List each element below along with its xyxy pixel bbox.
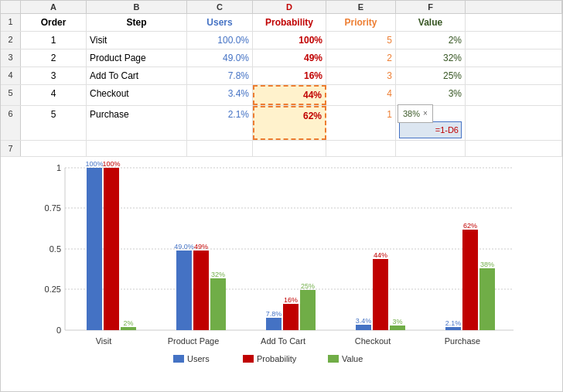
header-value[interactable]: Value: [396, 14, 466, 31]
svg-rect-31: [173, 355, 184, 363]
bar-co-value: [390, 326, 405, 330]
bar-co-users: [356, 325, 371, 330]
col-header-d: D: [253, 1, 326, 13]
row-num-header-cell: [1, 1, 21, 13]
cell-3-step[interactable]: Product Page: [87, 49, 187, 66]
svg-text:3%: 3%: [392, 318, 402, 326]
cell-3-priority[interactable]: 2: [326, 49, 396, 66]
header-users[interactable]: Users: [187, 14, 253, 31]
cell-2-value[interactable]: 2%: [396, 32, 466, 49]
bar-pp-value: [210, 278, 226, 330]
row-num-3: 3: [1, 49, 21, 66]
cell-2-order[interactable]: 1: [21, 32, 87, 49]
cell-2-step[interactable]: Visit: [87, 32, 187, 49]
svg-text:Checkout: Checkout: [355, 336, 391, 346]
cell-4-order[interactable]: 3: [21, 67, 87, 84]
bar-pu-users: [445, 327, 461, 330]
cell-6-value[interactable]: 38% × =1-D6: [396, 106, 466, 140]
cell-3-value[interactable]: 32%: [396, 49, 466, 66]
data-row-2: 2 1 Visit 100.0% 100% 5 2%: [1, 32, 562, 49]
svg-text:Visit: Visit: [96, 336, 112, 346]
svg-text:1: 1: [56, 163, 61, 172]
cell-3-users[interactable]: 49.0%: [187, 49, 253, 66]
cell-7-a: [21, 141, 87, 156]
svg-text:0.75: 0.75: [45, 203, 61, 213]
svg-text:2%: 2%: [123, 319, 133, 327]
data-row-3: 3 2 Product Page 49.0% 49% 2 32%: [1, 49, 562, 67]
header-priority[interactable]: Priority: [326, 14, 396, 31]
cell-6-users[interactable]: 2.1%: [187, 106, 253, 140]
bar-visit-probability: [104, 168, 119, 330]
svg-rect-33: [243, 355, 254, 363]
col-header-f: F: [396, 1, 466, 13]
svg-text:3.4%: 3.4%: [356, 317, 372, 325]
cell-5-probability[interactable]: 44%: [253, 85, 326, 105]
bar-visit-value: [121, 327, 136, 330]
svg-text:2.1%: 2.1%: [445, 319, 462, 327]
cell-5-order[interactable]: 4: [21, 85, 87, 105]
chart-area: 0 0.25 0.5 0.75 1 100% 100% 2% Visit: [1, 157, 562, 391]
bar-chart: 0 0.25 0.5 0.75 1 100% 100% 2% Visit: [19, 160, 544, 369]
bar-pu-probability: [462, 230, 478, 330]
col-header-b: B: [87, 1, 187, 13]
cell-7-b: [87, 141, 187, 156]
cell-5-priority[interactable]: 4: [326, 85, 396, 105]
svg-text:49.0%: 49.0%: [174, 243, 194, 251]
cell-5-step[interactable]: Checkout: [87, 85, 187, 105]
col-header-e: E: [326, 1, 396, 13]
cell-7-f: [396, 141, 466, 156]
cell-4-step[interactable]: Add To Cart: [87, 67, 187, 84]
cell-7-c: [187, 141, 253, 156]
header-order[interactable]: Order: [21, 14, 87, 31]
cell-2-priority[interactable]: 5: [326, 32, 396, 49]
bar-atc-users: [266, 318, 282, 330]
bar-atc-value: [300, 290, 316, 330]
cell-6-order[interactable]: 5: [21, 106, 87, 140]
cell-2-users[interactable]: 100.0%: [187, 32, 253, 49]
cell-4-users[interactable]: 7.8%: [187, 67, 253, 84]
cell-5-users[interactable]: 3.4%: [187, 85, 253, 105]
svg-text:Purchase: Purchase: [445, 336, 480, 346]
cell-4-priority[interactable]: 3: [326, 67, 396, 84]
cell-7-rest: [466, 141, 562, 156]
row-num-2: 2: [1, 32, 21, 49]
svg-text:Product Page: Product Page: [168, 336, 220, 346]
cell-3-order[interactable]: 2: [21, 49, 87, 66]
cell-7-d: [253, 141, 326, 156]
cell-5-value[interactable]: 3%: [396, 85, 466, 105]
header-probability[interactable]: Probability: [253, 14, 326, 31]
header-step[interactable]: Step: [87, 14, 187, 31]
formula-cell[interactable]: =1-D6: [399, 121, 462, 138]
cell-2-rest: [466, 32, 562, 49]
cell-6-priority[interactable]: 1: [326, 106, 396, 140]
cell-3-probability[interactable]: 49%: [253, 49, 326, 66]
svg-text:16%: 16%: [284, 296, 298, 304]
cell-6-step[interactable]: Purchase: [87, 106, 187, 140]
row-7: 7: [1, 141, 562, 157]
data-row-6: 6 5 Purchase 2.1% 62% 1 38% × =1-D6: [1, 106, 562, 141]
svg-text:Value: Value: [342, 354, 363, 363]
tooltip-close[interactable]: ×: [423, 107, 428, 121]
cell-4-value[interactable]: 25%: [396, 67, 466, 84]
svg-text:38%: 38%: [480, 261, 494, 268]
bar-pu-value: [479, 268, 495, 330]
svg-text:Add To Cart: Add To Cart: [261, 336, 305, 346]
spreadsheet: A B C D E F 1 Order Step Users Probabili…: [0, 0, 563, 392]
row-num-6: 6: [1, 106, 21, 140]
svg-rect-35: [328, 355, 339, 363]
bar-pp-users: [176, 251, 192, 330]
row-num-1: 1: [1, 14, 21, 31]
cell-6-probability[interactable]: 62%: [253, 106, 326, 140]
formula-tooltip: 38% ×: [398, 104, 433, 123]
svg-text:0: 0: [56, 326, 61, 335]
tooltip-value: 38%: [403, 107, 420, 121]
cell-6-rest: [466, 106, 562, 140]
cell-2-probability[interactable]: 100%: [253, 32, 326, 49]
svg-text:25%: 25%: [301, 282, 315, 290]
svg-text:49%: 49%: [194, 243, 208, 251]
cell-5-rest: [466, 85, 562, 105]
row-num-4: 4: [1, 67, 21, 84]
header-rest: [466, 14, 562, 31]
col-header-c: C: [187, 1, 253, 13]
cell-4-probability[interactable]: 16%: [253, 67, 326, 84]
